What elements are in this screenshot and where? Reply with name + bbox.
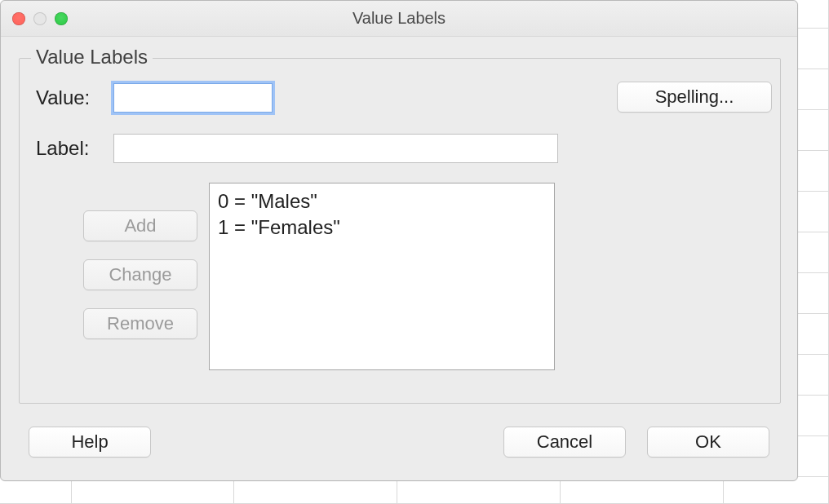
label-label: Label: <box>36 137 113 160</box>
label-input[interactable] <box>113 134 558 163</box>
value-input[interactable] <box>113 83 273 113</box>
ok-button[interactable]: OK <box>647 427 769 458</box>
group-legend: Value Labels <box>31 46 153 69</box>
value-labels-dialog: Value Labels Value Labels Value: Spellin… <box>0 0 798 481</box>
titlebar: Value Labels <box>1 1 797 37</box>
label-row: Label: <box>36 134 558 163</box>
value-labels-group: Value Labels Value: Spelling... Label: A… <box>19 58 781 404</box>
value-labels-listbox[interactable]: 0 = "Males"1 = "Females" <box>209 183 555 370</box>
help-button[interactable]: Help <box>29 427 151 458</box>
add-button[interactable]: Add <box>83 210 197 241</box>
dialog-bottom-row: Help Cancel OK <box>29 427 769 458</box>
spelling-button[interactable]: Spelling... <box>617 82 772 113</box>
cancel-button[interactable]: Cancel <box>503 427 626 458</box>
actions-column: Add Change Remove <box>83 210 197 339</box>
list-item[interactable]: 1 = "Females" <box>218 214 546 241</box>
value-row: Value: <box>36 83 273 113</box>
remove-button[interactable]: Remove <box>83 308 197 339</box>
list-item[interactable]: 0 = "Males" <box>218 188 546 214</box>
change-button[interactable]: Change <box>83 259 197 290</box>
window-title: Value Labels <box>1 9 797 28</box>
value-label: Value: <box>36 86 113 109</box>
